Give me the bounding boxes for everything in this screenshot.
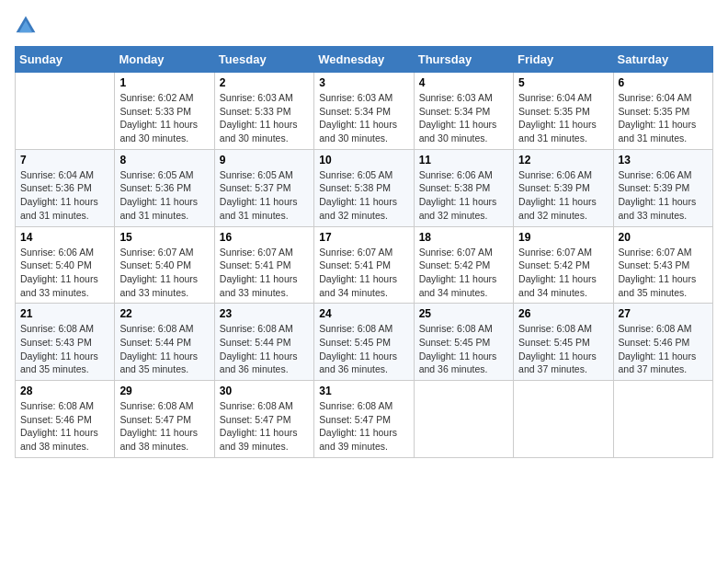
day-info: Sunrise: 6:08 AM Sunset: 5:46 PM Dayligh… [619, 322, 708, 376]
day-info: Sunrise: 6:04 AM Sunset: 5:35 PM Dayligh… [619, 91, 708, 145]
day-info: Sunrise: 6:03 AM Sunset: 5:33 PM Dayligh… [220, 91, 309, 145]
calendar-cell: 29Sunrise: 6:08 AM Sunset: 5:47 PM Dayli… [115, 381, 214, 458]
column-header-monday: Monday [115, 47, 214, 73]
day-info: Sunrise: 6:06 AM Sunset: 5:38 PM Dayligh… [419, 168, 508, 223]
day-number: 11 [419, 154, 508, 167]
calendar-cell: 30Sunrise: 6:08 AM Sunset: 5:47 PM Dayli… [214, 381, 313, 458]
calendar-cell: 1Sunrise: 6:02 AM Sunset: 5:33 PM Daylig… [115, 73, 214, 150]
calendar-cell: 12Sunrise: 6:06 AM Sunset: 5:39 PM Dayli… [514, 149, 613, 226]
column-header-thursday: Thursday [414, 47, 513, 73]
day-number: 12 [518, 154, 608, 167]
calendar-cell: 11Sunrise: 6:06 AM Sunset: 5:38 PM Dayli… [414, 149, 513, 226]
column-header-wednesday: Wednesday [314, 47, 414, 73]
day-number: 19 [518, 231, 608, 244]
calendar-cell: 31Sunrise: 6:08 AM Sunset: 5:47 PM Dayli… [314, 381, 414, 458]
day-info: Sunrise: 6:07 AM Sunset: 5:42 PM Dayligh… [419, 246, 508, 300]
calendar-cell: 10Sunrise: 6:05 AM Sunset: 5:38 PM Dayli… [314, 149, 414, 226]
column-header-saturday: Saturday [613, 47, 712, 73]
calendar-cell: 24Sunrise: 6:08 AM Sunset: 5:45 PM Dayli… [314, 304, 414, 381]
day-number: 9 [220, 154, 309, 167]
day-info: Sunrise: 6:08 AM Sunset: 5:44 PM Dayligh… [119, 322, 209, 376]
calendar-cell: 7Sunrise: 6:04 AM Sunset: 5:36 PM Daylig… [16, 149, 115, 226]
calendar-cell: 19Sunrise: 6:07 AM Sunset: 5:42 PM Dayli… [514, 226, 613, 304]
page-header [15, 15, 713, 37]
calendar-cell: 5Sunrise: 6:04 AM Sunset: 5:35 PM Daylig… [514, 73, 613, 150]
calendar-cell: 6Sunrise: 6:04 AM Sunset: 5:35 PM Daylig… [613, 73, 712, 150]
calendar-cell [613, 381, 712, 458]
calendar-cell: 27Sunrise: 6:08 AM Sunset: 5:46 PM Dayli… [613, 304, 712, 381]
day-info: Sunrise: 6:08 AM Sunset: 5:47 PM Dayligh… [119, 399, 209, 454]
day-number: 21 [20, 307, 109, 320]
calendar-cell: 15Sunrise: 6:07 AM Sunset: 5:40 PM Dayli… [115, 226, 214, 304]
day-number: 29 [119, 385, 209, 397]
calendar-cell: 3Sunrise: 6:03 AM Sunset: 5:34 PM Daylig… [314, 73, 414, 150]
column-header-tuesday: Tuesday [214, 47, 313, 73]
day-number: 17 [319, 231, 408, 244]
day-number: 31 [319, 385, 408, 397]
day-number: 10 [319, 154, 408, 167]
calendar-cell [16, 73, 115, 150]
day-info: Sunrise: 6:06 AM Sunset: 5:39 PM Dayligh… [518, 168, 608, 223]
day-number: 1 [119, 76, 209, 89]
day-info: Sunrise: 6:08 AM Sunset: 5:47 PM Dayligh… [220, 399, 309, 454]
calendar-cell [514, 381, 613, 458]
day-number: 28 [20, 385, 109, 397]
day-number: 13 [619, 154, 708, 167]
day-info: Sunrise: 6:07 AM Sunset: 5:41 PM Dayligh… [319, 246, 408, 300]
day-info: Sunrise: 6:07 AM Sunset: 5:40 PM Dayligh… [119, 246, 209, 300]
day-number: 27 [619, 307, 708, 320]
calendar-cell: 28Sunrise: 6:08 AM Sunset: 5:46 PM Dayli… [16, 381, 115, 458]
day-info: Sunrise: 6:08 AM Sunset: 5:45 PM Dayligh… [319, 322, 408, 376]
calendar-cell: 17Sunrise: 6:07 AM Sunset: 5:41 PM Dayli… [314, 226, 414, 304]
day-number: 18 [419, 231, 508, 244]
calendar-cell: 8Sunrise: 6:05 AM Sunset: 5:36 PM Daylig… [115, 149, 214, 226]
day-info: Sunrise: 6:06 AM Sunset: 5:39 PM Dayligh… [619, 168, 708, 223]
day-info: Sunrise: 6:04 AM Sunset: 5:36 PM Dayligh… [20, 168, 109, 223]
day-info: Sunrise: 6:08 AM Sunset: 5:47 PM Dayligh… [319, 399, 408, 454]
day-info: Sunrise: 6:02 AM Sunset: 5:33 PM Dayligh… [119, 91, 209, 145]
calendar-cell: 13Sunrise: 6:06 AM Sunset: 5:39 PM Dayli… [613, 149, 712, 226]
day-info: Sunrise: 6:08 AM Sunset: 5:44 PM Dayligh… [220, 322, 309, 376]
logo [15, 15, 40, 37]
calendar-cell: 14Sunrise: 6:06 AM Sunset: 5:40 PM Dayli… [16, 226, 115, 304]
day-number: 14 [20, 231, 109, 244]
calendar-cell: 26Sunrise: 6:08 AM Sunset: 5:45 PM Dayli… [514, 304, 613, 381]
day-info: Sunrise: 6:08 AM Sunset: 5:43 PM Dayligh… [20, 322, 109, 376]
calendar-cell: 25Sunrise: 6:08 AM Sunset: 5:45 PM Dayli… [414, 304, 513, 381]
day-info: Sunrise: 6:04 AM Sunset: 5:35 PM Dayligh… [518, 91, 608, 145]
day-info: Sunrise: 6:08 AM Sunset: 5:46 PM Dayligh… [20, 399, 109, 454]
day-number: 5 [518, 76, 608, 89]
day-info: Sunrise: 6:03 AM Sunset: 5:34 PM Dayligh… [419, 91, 508, 145]
day-number: 20 [619, 231, 708, 244]
calendar-cell: 22Sunrise: 6:08 AM Sunset: 5:44 PM Dayli… [115, 304, 214, 381]
day-number: 24 [319, 307, 408, 320]
day-info: Sunrise: 6:03 AM Sunset: 5:34 PM Dayligh… [319, 91, 408, 145]
column-header-friday: Friday [514, 47, 613, 73]
calendar-cell: 20Sunrise: 6:07 AM Sunset: 5:43 PM Dayli… [613, 226, 712, 304]
day-info: Sunrise: 6:07 AM Sunset: 5:41 PM Dayligh… [220, 246, 309, 300]
day-number: 30 [220, 385, 309, 397]
day-number: 3 [319, 76, 408, 89]
day-info: Sunrise: 6:05 AM Sunset: 5:36 PM Dayligh… [119, 168, 209, 223]
day-number: 6 [619, 76, 708, 89]
day-number: 16 [220, 231, 309, 244]
day-number: 2 [220, 76, 309, 89]
day-number: 22 [119, 307, 209, 320]
day-info: Sunrise: 6:07 AM Sunset: 5:43 PM Dayligh… [619, 246, 708, 300]
calendar-cell: 23Sunrise: 6:08 AM Sunset: 5:44 PM Dayli… [214, 304, 313, 381]
day-number: 15 [119, 231, 209, 244]
logo-icon [15, 15, 37, 37]
day-info: Sunrise: 6:05 AM Sunset: 5:38 PM Dayligh… [319, 168, 408, 223]
day-info: Sunrise: 6:05 AM Sunset: 5:37 PM Dayligh… [220, 168, 309, 223]
day-number: 26 [518, 307, 608, 320]
day-info: Sunrise: 6:06 AM Sunset: 5:40 PM Dayligh… [20, 246, 109, 300]
calendar-cell: 9Sunrise: 6:05 AM Sunset: 5:37 PM Daylig… [214, 149, 313, 226]
day-number: 8 [119, 154, 209, 167]
day-info: Sunrise: 6:08 AM Sunset: 5:45 PM Dayligh… [518, 322, 608, 376]
day-number: 23 [220, 307, 309, 320]
calendar-table: SundayMondayTuesdayWednesdayThursdayFrid… [15, 46, 713, 458]
day-number: 7 [20, 154, 109, 167]
calendar-cell: 4Sunrise: 6:03 AM Sunset: 5:34 PM Daylig… [414, 73, 513, 150]
day-number: 25 [419, 307, 508, 320]
calendar-cell: 18Sunrise: 6:07 AM Sunset: 5:42 PM Dayli… [414, 226, 513, 304]
